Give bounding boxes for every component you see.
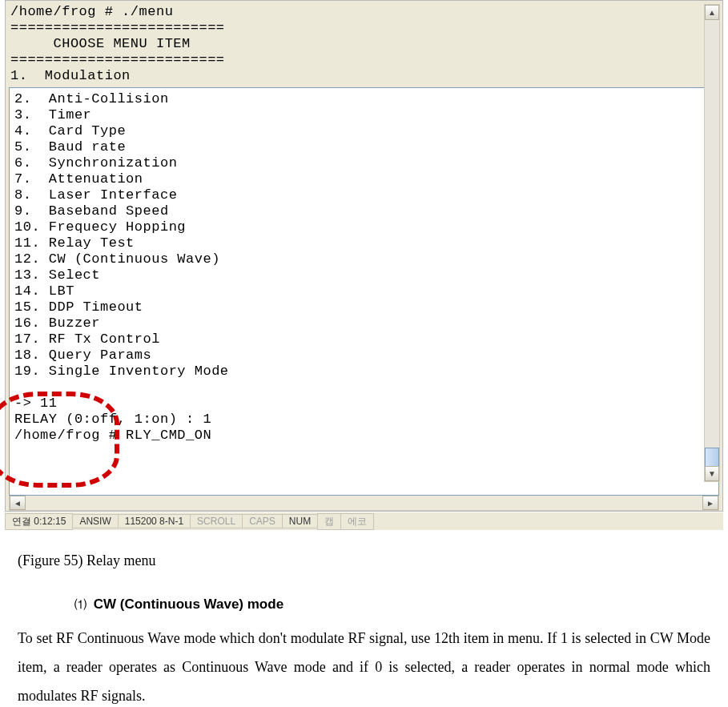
page-root: /home/frog # ./menu ====================… bbox=[0, 0, 728, 707]
horizontal-scrollbar[interactable]: ◄ ► bbox=[9, 496, 719, 511]
scroll-up-icon[interactable]: ▲ bbox=[705, 5, 719, 20]
status-cap: 캡 bbox=[317, 513, 341, 530]
scroll-left-icon[interactable]: ◄ bbox=[10, 496, 26, 510]
status-connection: 연결 0:12:15 bbox=[5, 513, 73, 530]
scroll-thumb[interactable] bbox=[705, 448, 719, 467]
terminal-output[interactable]: 2. Anti-Collision 3. Timer 4. Card Type … bbox=[9, 87, 719, 496]
status-caps: CAPS bbox=[242, 514, 283, 528]
terminal-inner-wrap: 2. Anti-Collision 3. Timer 4. Card Type … bbox=[9, 87, 719, 496]
scroll-down-icon[interactable]: ▼ bbox=[705, 466, 719, 481]
terminal-window: /home/frog # ./menu ====================… bbox=[5, 0, 723, 512]
vertical-scrollbar[interactable]: ▲ ▼ bbox=[704, 4, 720, 482]
status-bar: 연결 0:12:15 ANSIW 115200 8-N-1 SCROLL CAP… bbox=[5, 512, 723, 530]
section-heading: ⑴ CW (Continuous Wave) mode bbox=[74, 597, 710, 613]
status-line-settings: 115200 8-N-1 bbox=[118, 514, 191, 528]
status-num: NUM bbox=[282, 514, 318, 528]
figure-caption: (Figure 55) Relay menu bbox=[18, 552, 710, 569]
document-body: (Figure 55) Relay menu ⑴ CW (Continuous … bbox=[0, 530, 728, 707]
terminal-header-text: /home/frog # ./menu ====================… bbox=[9, 4, 719, 87]
section-title: CW (Continuous Wave) mode bbox=[94, 597, 284, 612]
section-body-text: To set RF Continuous Wave mode which don… bbox=[18, 624, 710, 707]
scroll-right-icon[interactable]: ► bbox=[702, 496, 718, 510]
status-scroll: SCROLL bbox=[190, 514, 243, 528]
status-echo: 에코 bbox=[340, 513, 374, 530]
section-number: ⑴ bbox=[74, 598, 86, 611]
status-terminal-type: ANSIW bbox=[72, 514, 118, 528]
scroll-track[interactable] bbox=[26, 496, 702, 510]
